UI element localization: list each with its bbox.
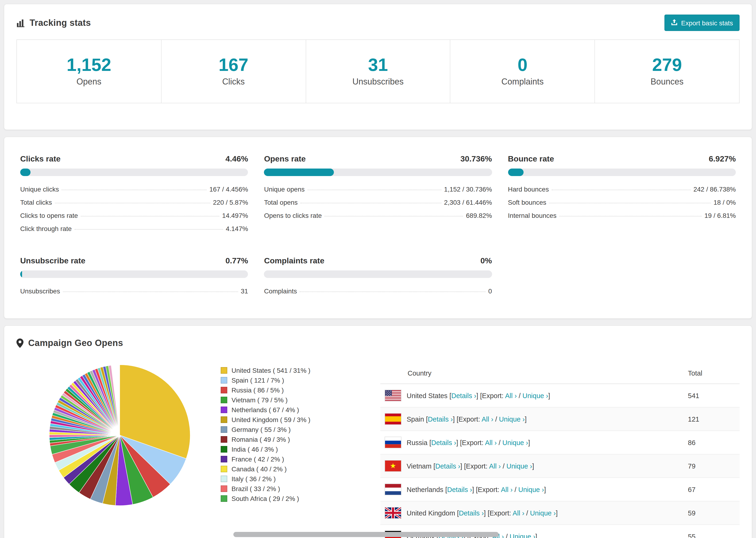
- rate-stat-label: Internal bounces: [508, 212, 557, 219]
- flag-ru-icon: [385, 437, 401, 448]
- country-total: 86: [688, 439, 739, 446]
- rate-stat-row: Total clicks 220 / 5.87%: [20, 198, 248, 212]
- legend-swatch: [221, 377, 227, 383]
- export-all-link[interactable]: All ›: [482, 415, 493, 423]
- stat-cell: 279 Bounces: [594, 40, 739, 103]
- legend-item: France ( 42 / 2% ): [221, 454, 361, 464]
- country-name: Spain: [406, 415, 424, 423]
- rate-stat-value: 18 / 0%: [714, 198, 736, 206]
- horizontal-scrollbar-thumb[interactable]: [233, 532, 499, 537]
- rate-stat-value: 689.82%: [466, 212, 492, 219]
- rates-grid: Clicks rate 4.46% Unique clicks 167 / 4.…: [20, 154, 736, 300]
- rates-card: Clicks rate 4.46% Unique clicks 167 / 4.…: [4, 136, 752, 319]
- legend-label: Russia ( 86 / 5% ): [232, 386, 284, 394]
- rate-value: 4.46%: [225, 154, 248, 164]
- flag-us-icon: [385, 390, 401, 401]
- geo-pie-chart: [47, 362, 192, 508]
- export-unique-link[interactable]: Unique ›: [503, 439, 528, 446]
- legend-label: Brazil ( 33 / 2% ): [232, 485, 280, 492]
- export-all-link[interactable]: All ›: [505, 392, 517, 399]
- rate-progress-fill: [20, 169, 30, 176]
- export-all-link[interactable]: All ›: [513, 509, 524, 517]
- dotted-leader: [325, 216, 463, 216]
- dotted-leader: [81, 216, 219, 216]
- rate-value: 0%: [480, 256, 492, 266]
- details-link[interactable]: Details ›: [451, 392, 476, 399]
- export-unique-link[interactable]: Unique ›: [518, 486, 544, 493]
- tracking-stats-title: Tracking stats: [17, 18, 91, 28]
- geo-table-row: United States [Details ›] [Export: All ›…: [380, 384, 739, 407]
- rate-title: Opens rate: [264, 154, 306, 164]
- dashboard-page: Tracking stats Export basic stats 1,152 …: [0, 0, 756, 538]
- legend-swatch: [221, 485, 227, 492]
- legend-label: France ( 42 / 2% ): [232, 455, 284, 463]
- geo-title: Campaign Geo Opens: [17, 338, 123, 348]
- details-link[interactable]: Details ›: [435, 462, 460, 470]
- export-unique-link[interactable]: Unique ›: [530, 509, 556, 517]
- legend-swatch: [221, 387, 227, 393]
- details-link[interactable]: Details ›: [431, 439, 456, 446]
- details-link[interactable]: Details ›: [459, 509, 484, 517]
- rate-stat-value: 167 / 4.456%: [209, 186, 248, 193]
- rate-stat-row: Complaints 0: [264, 287, 492, 300]
- country-total: 59: [688, 509, 739, 517]
- rate-stat-label: Soft bounces: [508, 198, 546, 206]
- rate-stat-label: Click through rate: [20, 225, 72, 232]
- country-total: 121: [688, 415, 739, 423]
- export-basic-stats-button[interactable]: Export basic stats: [664, 15, 739, 31]
- legend-item: United States ( 541 / 31% ): [221, 365, 361, 375]
- geo-table-header: Country Total: [380, 362, 739, 384]
- legend-item: United Kingdom ( 59 / 3% ): [221, 414, 361, 424]
- legend-swatch: [221, 495, 227, 502]
- country-total: 541: [688, 392, 739, 399]
- export-all-link[interactable]: All ›: [485, 439, 497, 446]
- export-unique-link[interactable]: Unique ›: [507, 462, 532, 470]
- rate-stat-label: Total clicks: [20, 198, 52, 206]
- rate-stat-row: Hard bounces 242 / 86.738%: [508, 186, 736, 198]
- geo-legend: United States ( 541 / 31% ) Spain ( 121 …: [221, 365, 361, 503]
- stat-cell: 31 Unsubscribes: [305, 40, 450, 103]
- legend-label: Italy ( 36 / 2% ): [232, 475, 276, 482]
- legend-swatch: [221, 446, 227, 452]
- export-unique-link[interactable]: Unique ›: [499, 415, 525, 423]
- export-all-link[interactable]: All ›: [489, 462, 501, 470]
- rate-stat-value: 14.497%: [222, 212, 248, 219]
- rate-stat-value: 19 / 6.81%: [704, 212, 736, 219]
- geo-table-row: Russia [Details ›] [Export: All › / Uniq…: [380, 431, 739, 455]
- details-link[interactable]: Details ›: [447, 486, 472, 493]
- rate-title: Unsubscribe rate: [20, 256, 85, 266]
- rate-stat-label: Unsubscribes: [20, 287, 60, 295]
- rate-title: Clicks rate: [20, 154, 61, 164]
- rate-block: Clicks rate 4.46% Unique clicks 167 / 4.…: [20, 154, 248, 238]
- dotted-leader: [62, 190, 207, 190]
- rate-block: Bounce rate 6.927% Hard bounces 242 / 86…: [508, 154, 736, 238]
- rate-stat-label: Unique opens: [264, 186, 305, 193]
- export-all-link[interactable]: All ›: [501, 486, 513, 493]
- legend-swatch: [221, 456, 227, 462]
- rate-value: 6.927%: [709, 154, 736, 164]
- dotted-leader: [75, 229, 223, 230]
- legend-label: United Kingdom ( 59 / 3% ): [232, 416, 310, 423]
- country-total: 67: [688, 486, 739, 493]
- country-name: United Kingdom: [406, 509, 455, 517]
- export-unique-link[interactable]: Unique ›: [510, 533, 535, 538]
- rate-stat-value: 242 / 86.738%: [693, 186, 736, 193]
- rate-stat-row: Total opens 2,303 / 61.446%: [264, 198, 492, 212]
- stat-cell: 1,152 Opens: [17, 40, 161, 103]
- dotted-leader: [549, 203, 711, 203]
- legend-swatch: [221, 465, 227, 472]
- stat-label: Bounces: [595, 77, 739, 87]
- rate-progress-track: [508, 169, 736, 176]
- flag-nl-icon: [385, 484, 401, 495]
- rate-stat-label: Opens to clicks rate: [264, 212, 322, 219]
- geo-table-row: Vietnam [Details ›] [Export: All › / Uni…: [380, 455, 739, 478]
- rate-stat-row: Soft bounces 18 / 0%: [508, 198, 736, 212]
- country-total: 55: [688, 533, 739, 538]
- flag-es-icon: [385, 413, 401, 424]
- country-name: Netherlands: [406, 486, 443, 493]
- legend-swatch: [221, 426, 227, 433]
- geo-title-text: Campaign Geo Opens: [28, 338, 123, 348]
- rate-progress-fill: [264, 169, 334, 176]
- details-link[interactable]: Details ›: [428, 415, 453, 423]
- export-unique-link[interactable]: Unique ›: [522, 392, 548, 399]
